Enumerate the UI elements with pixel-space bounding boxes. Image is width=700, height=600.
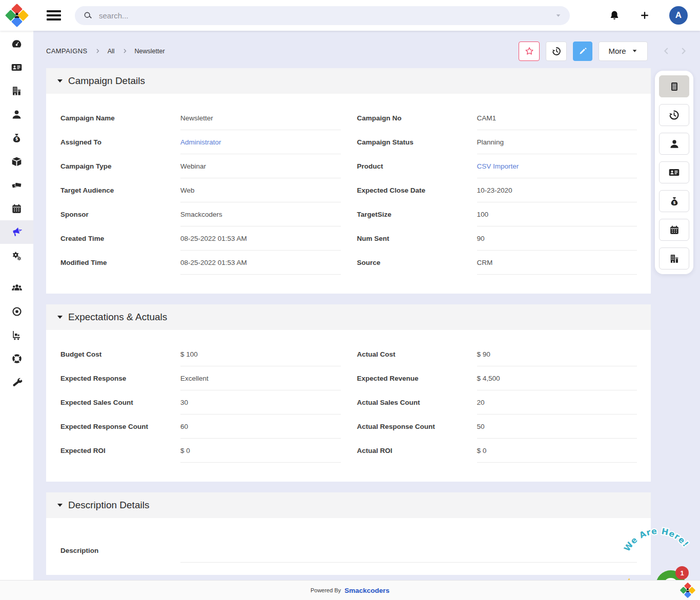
sidebar-item-dashboard[interactable] bbox=[0, 32, 33, 55]
wrench-icon bbox=[11, 377, 23, 388]
field-label: Created Time bbox=[60, 235, 180, 242]
field-value: $ 0 bbox=[477, 439, 637, 463]
panel-button-contacts[interactable] bbox=[659, 133, 689, 155]
breadcrumb: CAMPAIGNS All Newsletter bbox=[46, 47, 165, 55]
field-label: Expected Response bbox=[60, 375, 180, 382]
search-scope-caret-icon[interactable] bbox=[555, 12, 562, 19]
sidebar-item-groups[interactable] bbox=[0, 276, 33, 300]
person-icon bbox=[11, 109, 23, 120]
field-value: CRM bbox=[477, 251, 637, 275]
target-icon bbox=[11, 306, 23, 317]
footer-logo bbox=[681, 583, 695, 597]
section-title: Campaign Details bbox=[68, 75, 145, 87]
field-label: Campaign No bbox=[357, 114, 477, 122]
field-value: Newsletter bbox=[180, 106, 341, 130]
main-area: CAMPAIGNS All Newsletter More bbox=[33, 31, 700, 580]
field-value: Webinar bbox=[180, 154, 341, 178]
field-row: Modified Time08-25-2022 01:53 AM bbox=[60, 251, 341, 275]
sidebar-item-calendar[interactable] bbox=[0, 197, 33, 220]
sidebar-item-organization[interactable] bbox=[0, 79, 33, 102]
section-header-campaign-details[interactable]: Campaign Details bbox=[46, 68, 651, 94]
panel-button-activities[interactable] bbox=[659, 219, 689, 241]
footer-brand-link[interactable]: Smackcoders bbox=[344, 587, 389, 594]
field-row: SourceCRM bbox=[357, 251, 637, 275]
sidebar-item-id-card[interactable] bbox=[0, 55, 33, 79]
field-value: 20 bbox=[477, 390, 637, 415]
user-avatar[interactable]: A bbox=[669, 6, 688, 25]
menu-toggle-button[interactable] bbox=[47, 8, 61, 23]
field-label: Expected Response Count bbox=[60, 423, 180, 430]
field-row: Expected ResponseExcellent bbox=[60, 366, 341, 390]
field-label: Modified Time bbox=[60, 259, 180, 266]
calendar-icon bbox=[669, 224, 680, 236]
more-button[interactable]: More bbox=[599, 42, 648, 61]
package-box-icon bbox=[11, 156, 23, 168]
edit-button[interactable] bbox=[573, 42, 592, 61]
section-header-description-details[interactable]: Description Details bbox=[46, 492, 651, 518]
section-header-expectations-actuals[interactable]: Expectations & Actuals bbox=[46, 304, 651, 330]
panel-button-opportunities[interactable] bbox=[659, 190, 689, 212]
chat-arc-text: We Are Here! bbox=[619, 526, 696, 570]
section-campaign-details: Campaign Details Campaign NameNewsletter… bbox=[46, 68, 651, 294]
field-label: Campaign Status bbox=[357, 138, 477, 146]
breadcrumb-module[interactable]: CAMPAIGNS bbox=[46, 47, 88, 55]
app-logo[interactable] bbox=[6, 5, 28, 26]
field-value: 50 bbox=[477, 415, 637, 439]
sidebar-item-settings[interactable] bbox=[0, 244, 33, 267]
quick-create-button[interactable] bbox=[640, 10, 650, 20]
sidebar-item-targets[interactable] bbox=[0, 300, 33, 323]
field-label: Expected Sales Count bbox=[60, 399, 180, 406]
field-row: Expected ROI$ 0 bbox=[60, 439, 341, 463]
field-row: Expected Response Count60 bbox=[60, 415, 341, 439]
field-label: Actual Cost bbox=[357, 350, 477, 358]
favorite-button[interactable] bbox=[519, 42, 540, 61]
powered-by-label: Powered By bbox=[311, 587, 341, 593]
field-value: Smackcoders bbox=[180, 202, 341, 226]
chevron-right-icon bbox=[679, 47, 688, 55]
field-value-link[interactable]: CSV Importer bbox=[477, 154, 637, 178]
footer: Powered By Smackcoders bbox=[0, 580, 700, 600]
sidebar-item-support[interactable] bbox=[0, 347, 33, 370]
sidebar-item-tickets[interactable] bbox=[0, 173, 33, 197]
sidebar-item-tools[interactable] bbox=[0, 370, 33, 394]
field-value: $ 100 bbox=[180, 342, 341, 366]
building-icon bbox=[669, 253, 680, 264]
section-expectations-actuals: Expectations & Actuals Budget Cost$ 100E… bbox=[46, 304, 651, 482]
history-icon bbox=[551, 46, 562, 56]
field-label: Description bbox=[60, 547, 180, 554]
field-row: Actual Cost$ 90 bbox=[357, 342, 637, 366]
breadcrumb-view[interactable]: All bbox=[108, 48, 115, 55]
global-search[interactable] bbox=[75, 6, 570, 25]
field-row: Num Sent90 bbox=[357, 226, 637, 251]
section-description-details: Description Details Description bbox=[46, 492, 651, 575]
money-bag-icon bbox=[669, 196, 680, 207]
sidebar-item-campaigns[interactable] bbox=[0, 220, 33, 244]
chevron-left-icon bbox=[662, 47, 671, 55]
search-input[interactable] bbox=[99, 11, 555, 20]
next-record-button[interactable] bbox=[679, 47, 688, 55]
notifications-button[interactable] bbox=[609, 10, 620, 21]
field-value-link[interactable]: Administrator bbox=[180, 130, 341, 154]
sidebar-item-vendors[interactable] bbox=[0, 323, 33, 347]
sidebar-item-contact[interactable] bbox=[0, 102, 33, 126]
field-value: Web bbox=[180, 178, 341, 202]
field-label: Campaign Type bbox=[60, 162, 180, 170]
sidebar-item-products[interactable] bbox=[0, 150, 33, 173]
panel-button-details[interactable] bbox=[659, 75, 689, 97]
field-row: Expected Sales Count30 bbox=[60, 390, 341, 415]
panel-button-organizations[interactable] bbox=[659, 247, 689, 270]
panel-button-history[interactable] bbox=[659, 104, 689, 126]
field-row: Budget Cost$ 100 bbox=[60, 342, 341, 366]
sidebar-item-money-bag[interactable] bbox=[0, 126, 33, 150]
field-value: $ 0 bbox=[180, 439, 341, 463]
previous-record-button[interactable] bbox=[662, 47, 671, 55]
field-label: Sponsor bbox=[60, 211, 180, 218]
field-value: 08-25-2022 01:53 AM bbox=[180, 226, 341, 251]
field-label: Budget Cost bbox=[60, 350, 180, 358]
field-label: Num Sent bbox=[357, 235, 477, 242]
panel-button-leads[interactable] bbox=[659, 161, 689, 183]
field-row: SponsorSmackcoders bbox=[60, 202, 341, 226]
collapse-caret-icon bbox=[57, 504, 63, 507]
field-label: Campaign Name bbox=[60, 114, 180, 122]
history-button[interactable] bbox=[546, 42, 567, 61]
